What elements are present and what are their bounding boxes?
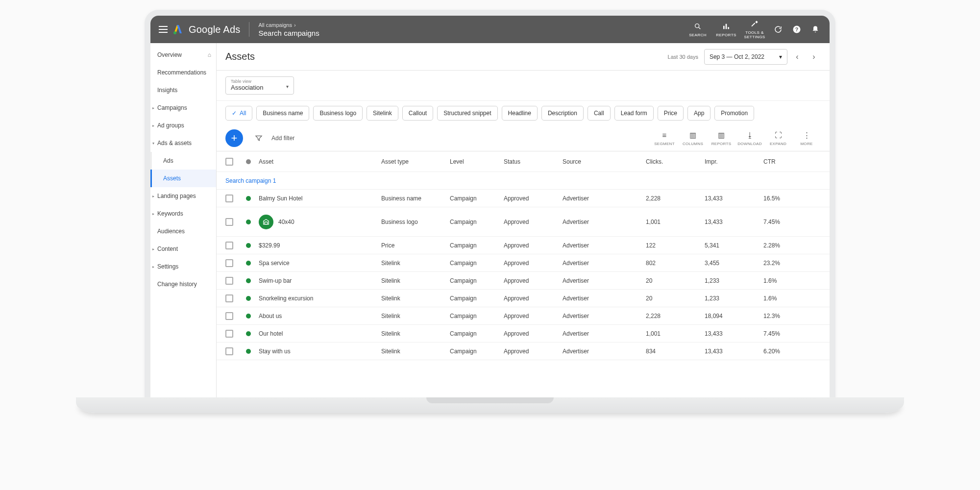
sidebar-item-label: Change history: [157, 281, 197, 288]
sidebar-item-ads-assets[interactable]: ▾Ads & assets: [150, 134, 216, 152]
row-checkbox[interactable]: [225, 347, 233, 355]
sidebar-item-ad-groups[interactable]: ▸Ad groups: [150, 117, 216, 134]
sidebar-item-overview[interactable]: Overview⌂: [150, 46, 216, 64]
search-icon: [694, 22, 702, 31]
sidebar-item-keywords[interactable]: ▸Keywords: [150, 205, 216, 222]
chip-description[interactable]: Description: [541, 106, 584, 121]
table-row[interactable]: Snorkeling excursionSitelinkCampaignAppr…: [217, 290, 830, 307]
chip-label: App: [694, 110, 704, 117]
download-button[interactable]: ⭳DOWNLOAD: [735, 131, 764, 146]
reports-tb-button[interactable]: ▥REPORTS: [707, 131, 735, 146]
chip-call[interactable]: Call: [588, 106, 611, 121]
table-view-select[interactable]: Table view Association ▾: [225, 76, 294, 95]
table-row[interactable]: Swim-up barSitelinkCampaignApprovedAdver…: [217, 272, 830, 290]
table-row[interactable]: Our hotelSitelinkCampaignApprovedAdverti…: [217, 325, 830, 343]
status-dot-icon: [246, 261, 251, 266]
col-status[interactable]: Status: [504, 158, 563, 165]
search-button[interactable]: SEARCH: [685, 22, 711, 37]
add-filter-button[interactable]: Add filter: [271, 135, 294, 142]
logo[interactable]: Google Ads: [172, 24, 240, 35]
filter-icon[interactable]: [251, 134, 267, 142]
row-checkbox[interactable]: [225, 195, 233, 202]
sidebar-item-audiences[interactable]: Audiences: [150, 222, 216, 240]
col-source[interactable]: Source: [563, 158, 646, 165]
chip-lead-form[interactable]: Lead form: [614, 106, 654, 121]
chip-promotion[interactable]: Promotion: [714, 106, 754, 121]
sidebar-item-campaigns[interactable]: ▸Campaigns: [150, 99, 216, 117]
toolbar: + Add filter ≡SEGMENT ▥COLUMNS ▥REPORTS …: [217, 125, 830, 151]
cell-source: Advertiser: [563, 219, 646, 225]
col-ctr[interactable]: CTR: [763, 158, 821, 165]
sidebar-item-assets[interactable]: Assets: [150, 170, 216, 187]
table-header: Asset Asset type Level Status Source Cli…: [217, 151, 830, 172]
sidebar-item-ads[interactable]: Ads: [150, 152, 216, 170]
col-impr[interactable]: Impr.: [705, 158, 763, 165]
row-checkbox[interactable]: [225, 312, 233, 320]
row-checkbox[interactable]: [225, 218, 233, 226]
col-clicks[interactable]: Clicks.: [646, 158, 705, 165]
cell-type: Business name: [381, 195, 450, 202]
chip-price[interactable]: Price: [658, 106, 684, 121]
sidebar-item-change-history[interactable]: Change history: [150, 275, 216, 293]
more-button[interactable]: ⋮MORE: [792, 131, 821, 146]
row-checkbox[interactable]: [225, 242, 233, 249]
chip-app[interactable]: App: [687, 106, 710, 121]
chip-all[interactable]: ✓All: [225, 106, 252, 121]
sidebar-item-insights[interactable]: Insights: [150, 81, 216, 99]
chip-headline[interactable]: Headline: [502, 106, 538, 121]
breadcrumb[interactable]: All campaigns › Search campaigns: [258, 22, 319, 37]
chip-callout[interactable]: Callout: [402, 106, 433, 121]
row-checkbox[interactable]: [225, 330, 233, 338]
row-checkbox[interactable]: [225, 277, 233, 285]
sidebar-item-label: Ad groups: [157, 122, 184, 129]
date-next-button[interactable]: ›: [807, 50, 821, 64]
reports-button[interactable]: REPORTS: [713, 22, 739, 37]
table-row[interactable]: Stay with usSitelinkCampaignApprovedAdve…: [217, 343, 830, 360]
chip-sitelink[interactable]: Sitelink: [367, 106, 398, 121]
chip-label: Promotion: [721, 110, 748, 117]
table-row[interactable]: Balmy Sun HotelBusiness nameCampaignAppr…: [217, 190, 830, 207]
notifications-button[interactable]: [807, 21, 824, 38]
cell-impr: 5,341: [705, 242, 763, 249]
chip-business-logo[interactable]: Business logo: [313, 106, 363, 121]
columns-button[interactable]: ▥COLUMNS: [679, 131, 707, 146]
date-prev-button[interactable]: ‹: [790, 50, 804, 64]
sidebar-item-settings[interactable]: ▸Settings: [150, 258, 216, 275]
table-row[interactable]: 40x40Business logoCampaignApprovedAdvert…: [217, 207, 830, 237]
cell-clicks: 834: [646, 348, 705, 355]
col-type[interactable]: Asset type: [381, 158, 450, 165]
col-level[interactable]: Level: [450, 158, 504, 165]
wrench-icon: [751, 20, 759, 28]
campaign-group-row[interactable]: Search campaign 1: [217, 172, 830, 190]
cell-status: Approved: [504, 348, 563, 355]
chip-structured-snippet[interactable]: Structured snippet: [437, 106, 497, 121]
download-icon: ⭳: [746, 131, 754, 140]
refresh-button[interactable]: [770, 21, 786, 38]
segment-button[interactable]: ≡SEGMENT: [650, 131, 679, 146]
chip-business-name[interactable]: Business name: [256, 106, 309, 121]
menu-icon[interactable]: [156, 26, 170, 33]
chip-label: Headline: [508, 110, 531, 117]
cell-level: Campaign: [450, 219, 504, 225]
select-all-checkbox[interactable]: [225, 158, 233, 166]
asset-name: Swim-up bar: [259, 277, 381, 284]
add-asset-button[interactable]: +: [225, 129, 243, 147]
cell-impr: 1,233: [705, 295, 763, 302]
home-icon: ⌂: [208, 51, 211, 58]
date-range-dropdown[interactable]: Sep 3 — Oct 2, 2022 ▾: [704, 49, 787, 65]
sidebar-item-landing-pages[interactable]: ▸Landing pages: [150, 187, 216, 205]
help-button[interactable]: ?: [788, 21, 805, 38]
row-checkbox[interactable]: [225, 294, 233, 302]
table-row[interactable]: About usSitelinkCampaignApprovedAdvertis…: [217, 307, 830, 325]
breadcrumb-top: All campaigns: [258, 22, 292, 28]
cell-status: Approved: [504, 330, 563, 337]
table-row[interactable]: $329.99PriceCampaignApprovedAdvertiser12…: [217, 237, 830, 254]
expand-button[interactable]: ⛶EXPAND: [764, 131, 792, 146]
sidebar-item-content[interactable]: ▸Content: [150, 240, 216, 258]
sidebar-item-recommendations[interactable]: Recommendations: [150, 64, 216, 81]
col-asset[interactable]: Asset: [259, 158, 381, 165]
tools-settings-button[interactable]: TOOLS & SETTINGS: [741, 20, 768, 39]
table-row[interactable]: Spa serviceSitelinkCampaignApprovedAdver…: [217, 254, 830, 272]
row-checkbox[interactable]: [225, 259, 233, 267]
status-dot-icon: [246, 243, 251, 248]
